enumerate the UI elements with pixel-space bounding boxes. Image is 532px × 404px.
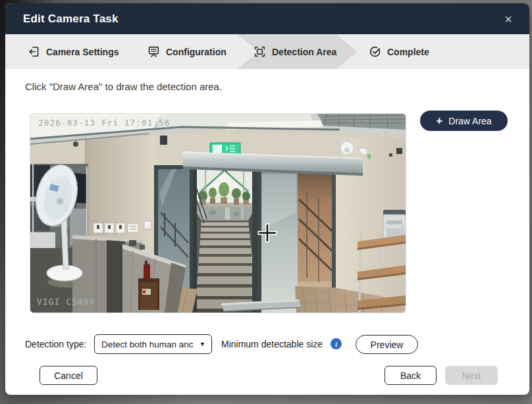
draw-area-label: Draw Area bbox=[448, 116, 491, 126]
detection-type-select[interactable]: Detect both human anc ▼ bbox=[94, 334, 212, 354]
dialog-title: Edit Camera Task bbox=[23, 13, 119, 26]
step-camera-settings[interactable]: Camera Settings bbox=[28, 34, 119, 69]
configuration-icon bbox=[147, 45, 160, 58]
info-icon[interactable]: i bbox=[331, 338, 342, 349]
camera-preview-canvas[interactable]: 2026-03-13 Fri 17:01:56 VIGI C540V bbox=[30, 113, 406, 313]
camera-model-watermark: VIGI C540V bbox=[37, 297, 95, 307]
step-label: Configuration bbox=[166, 47, 226, 57]
detection-area-icon bbox=[253, 45, 266, 58]
instruction-text: Click "Draw Area" to draw the detection … bbox=[25, 81, 222, 92]
step-detection-area[interactable]: Detection Area bbox=[253, 34, 336, 69]
back-button[interactable]: Back bbox=[385, 366, 437, 385]
step-label: Camera Settings bbox=[46, 47, 119, 57]
chevron-down-icon: ▼ bbox=[200, 341, 205, 347]
preview-button[interactable]: Preview bbox=[356, 335, 418, 354]
edit-camera-task-dialog: Edit Camera Task × Camera Settings Confi… bbox=[5, 3, 529, 395]
detection-type-label: Detection type: bbox=[25, 334, 86, 354]
complete-check-icon bbox=[369, 45, 381, 58]
step-label: Complete bbox=[387, 47, 429, 57]
camera-frame-image: 2026-03-13 Fri 17:01:56 VIGI C540V bbox=[30, 114, 406, 313]
step-configuration[interactable]: Configuration bbox=[147, 34, 226, 69]
camera-settings-icon bbox=[28, 45, 40, 58]
detection-type-value: Detect both human anc bbox=[101, 340, 196, 349]
close-icon[interactable]: × bbox=[501, 12, 516, 26]
step-complete[interactable]: Complete bbox=[369, 34, 429, 69]
step-label: Detection Area bbox=[272, 47, 336, 57]
next-button[interactable]: Next bbox=[445, 366, 498, 385]
draw-area-button[interactable]: + Draw Area bbox=[420, 111, 508, 131]
plus-icon: + bbox=[436, 115, 442, 126]
wizard-step-bar: Camera Settings Configuration Detection … bbox=[5, 34, 529, 69]
dialog-header: Edit Camera Task × bbox=[5, 3, 529, 34]
minimum-detectable-size-label: Minimum detectable size bbox=[221, 334, 323, 354]
timestamp-overlay: 2026-03-13 Fri 17:01:56 bbox=[38, 118, 171, 128]
cancel-button[interactable]: Cancel bbox=[40, 366, 97, 385]
